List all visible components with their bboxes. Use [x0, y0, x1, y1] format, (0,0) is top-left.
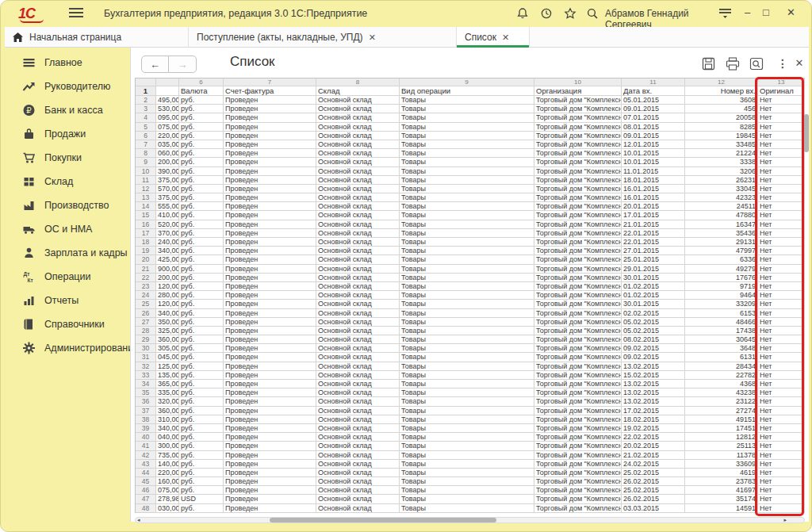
sidebar-item-ruble[interactable]: ₽Банк и касса — [5, 98, 130, 122]
table-row[interactable]: 26340,00руб.ПроведенОсновной складТовары… — [136, 309, 805, 318]
table-row[interactable]: 2495,00руб.ПроведенОсновной складТоварыТ… — [136, 96, 805, 105]
close-tab-icon[interactable]: ✕ — [502, 33, 509, 43]
save-icon[interactable] — [702, 57, 718, 71]
table-row[interactable]: 22200,00руб.ПроведенОсновной складТовары… — [136, 274, 805, 282]
horizontal-scrollbar[interactable]: ◂ ▸ — [135, 517, 805, 523]
table-row[interactable]: 32125,00руб.ПроведенОсновной складТовары… — [136, 362, 805, 371]
table-row[interactable]: 40040,00руб.ПроведенОсновной складТовары… — [136, 433, 805, 442]
service-menu-icon[interactable] — [718, 8, 733, 22]
table-row[interactable]: 39340,00руб.ПроведенОсновной складТовары… — [136, 424, 805, 433]
notifications-bell-icon[interactable] — [516, 7, 530, 21]
scroll-left-icon[interactable]: ◂ — [137, 517, 140, 523]
table-row[interactable]: 6220,00руб.ПроведенОсновной складТоварыТ… — [136, 132, 805, 140]
table-row[interactable]: 47278,98USDПроведенОсновной складТоварыТ… — [136, 495, 805, 503]
table-row[interactable]: 21900,00руб.ПроведенОсновной складТовары… — [136, 265, 805, 274]
sidebar-item-trend[interactable]: Руководителю — [5, 75, 130, 98]
table-row[interactable]: 15410,00руб.ПроведенОсновной складТовары… — [136, 211, 805, 220]
table-row[interactable]: 19340,00руб.ПроведенОсновной складТовары… — [136, 247, 805, 255]
cell-rownum: 42 — [136, 451, 156, 460]
table-row[interactable]: 34365,00руб.ПроведенОсновной складТовары… — [136, 380, 805, 388]
table-row[interactable]: 31045,00руб.ПроведенОсновной складТовары… — [136, 353, 805, 362]
main-menu-icon[interactable] — [69, 8, 83, 19]
sidebar-item-grid[interactable]: Склад — [5, 170, 130, 193]
sidebar-item-menu[interactable]: Главное — [5, 51, 130, 75]
cell-rownum: 41 — [136, 442, 156, 450]
tab-postuplenie[interactable]: Поступление (акты, накладные, УПД) ✕ — [189, 27, 457, 48]
table-row[interactable]: 11375,00руб.ПроведенОсновной складТовары… — [136, 176, 805, 185]
cell-invoice: Проведен — [224, 397, 316, 406]
print-icon[interactable] — [726, 57, 741, 71]
table-row[interactable]: 4095,00руб.ПроведенОсновной складТоварыТ… — [136, 113, 805, 122]
forward-button[interactable]: → — [169, 55, 197, 73]
table-row[interactable]: 18240,00руб.ПроведенОсновной складТовары… — [136, 238, 805, 247]
maximize-button[interactable]: □ — [763, 6, 769, 18]
table-row[interactable]: 8060,00руб.ПроведенОсновной складТоварыТ… — [136, 149, 805, 158]
cell-amount: 200,00 — [156, 274, 179, 282]
history-icon[interactable] — [540, 7, 554, 21]
cell-invoice: Проведен — [224, 451, 316, 460]
sidebar-item-cart[interactable]: Покупки — [5, 146, 130, 170]
table-row[interactable]: 14555,00руб.ПроведенОсновной складТовары… — [136, 202, 805, 211]
table-row[interactable]: 29360,00руб.ПроведенОсновной складТовары… — [136, 335, 805, 344]
sidebar-item-truck[interactable]: ОС и НМА — [5, 217, 130, 241]
table-row[interactable]: 30305,00руб.ПроведенОсновной складТовары… — [136, 344, 805, 353]
table-row[interactable]: 28325,00руб.ПроведенОсновной складТовары… — [136, 327, 805, 335]
more-icon[interactable]: ⋮ — [775, 57, 791, 71]
table-row[interactable]: 17370,00руб.ПроведенОсновной складТовары… — [136, 229, 805, 238]
table-row[interactable]: 13375,00руб.ПроведенОсновной складТовары… — [136, 193, 805, 202]
table-row[interactable]: 33135,00руб.ПроведенОсновной складТовары… — [136, 371, 805, 380]
table-row[interactable]: 5075,00руб.ПроведенОсновной складТоварыТ… — [136, 123, 805, 132]
back-button[interactable]: ← — [141, 55, 169, 73]
horizontal-scroll-thumb[interactable] — [270, 518, 496, 522]
sidebar-item-chart[interactable]: Отчеты — [5, 289, 130, 312]
minimize-button[interactable]: – — [745, 6, 750, 18]
table-row[interactable]: 23120,00руб.ПроведенОсновной складТовары… — [136, 282, 805, 291]
sidebar-item-gear[interactable]: Администрирование — [5, 336, 130, 360]
vertical-scroll-thumb[interactable] — [804, 114, 809, 152]
table-row[interactable]: 46075,00руб.ПроведенОсновной складТовары… — [136, 486, 805, 495]
table-row[interactable]: 44220,00руб.ПроведенОсновной складТовары… — [136, 469, 805, 477]
table-row[interactable]: 45160,00руб.ПроведенОсновной складТовары… — [136, 477, 805, 486]
tab-spisok[interactable]: Список ✕ — [457, 27, 530, 48]
close-tab-icon[interactable]: ✕ — [369, 33, 376, 43]
close-list-icon[interactable]: ✕ — [791, 57, 807, 71]
sidebar-item-dtkt[interactable]: ДтКтОперации — [5, 265, 130, 289]
table-row[interactable]: 9200,00руб.ПроведенОсновной складТоварыТ… — [136, 158, 805, 166]
cell-rownum: 37 — [136, 407, 156, 415]
cell-invoice: Проведен — [224, 353, 316, 362]
table-row[interactable]: 3530,00руб.ПроведенОсновной складТоварыТ… — [136, 105, 805, 113]
cell-date-in: 02.02.2015 — [622, 309, 685, 318]
table-row[interactable]: 27350,00руб.ПроведенОсновной складТовары… — [136, 318, 805, 327]
vertical-scrollbar[interactable] — [804, 78, 810, 512]
search-icon[interactable] — [586, 7, 600, 21]
table-row[interactable]: 7035,00руб.ПроведенОсновной складТоварыТ… — [136, 140, 805, 149]
table-row[interactable]: 42735,00руб.ПроведенОсновной складТовары… — [136, 451, 805, 460]
table-row[interactable]: 37360,00руб.ПроведенОсновной складТовары… — [136, 407, 805, 415]
cell-date-in: 17.02.2015 — [622, 407, 685, 415]
table-row[interactable]: 38310,00руб.ПроведенОсновной складТовары… — [136, 415, 805, 424]
cell-organization: Торговый дом "Комплексны — [534, 282, 622, 291]
table-row[interactable]: 10390,00руб.ПроведенОсновной складТовары… — [136, 167, 805, 176]
sidebar-item-book[interactable]: Справочники — [5, 312, 130, 336]
tab-home[interactable]: Начальная страница — [5, 27, 189, 48]
table-row[interactable]: 16520,00руб.ПроведенОсновной складТовары… — [136, 220, 805, 229]
cell-warehouse: Основной склад — [316, 415, 400, 424]
table-row[interactable]: 24280,00руб.ПроведенОсновной складТовары… — [136, 291, 805, 300]
cell-operation: Товары — [400, 140, 534, 149]
table-row[interactable]: 12570,00руб.ПроведенОсновной складТовары… — [136, 185, 805, 193]
table-row[interactable]: 43140,00руб.ПроведенОсновной складТовары… — [136, 460, 805, 469]
sidebar-item-bag[interactable]: Продажи — [5, 122, 130, 146]
sidebar-item-person[interactable]: Зарплата и кадры — [5, 241, 130, 265]
table-row[interactable]: 36320,00руб.ПроведенОсновной складТовары… — [136, 397, 805, 406]
close-window-button[interactable]: ✕ — [787, 6, 795, 18]
find-icon[interactable] — [749, 57, 765, 71]
table-row[interactable]: 25120,00руб.ПроведенОсновной складТовары… — [136, 300, 805, 308]
favorites-star-icon[interactable] — [564, 7, 578, 21]
table-row[interactable]: 35335,00руб.ПроведенОсновной складТовары… — [136, 388, 805, 397]
sidebar-item-factory[interactable]: Производство — [5, 193, 130, 217]
cell-operation: Товары — [400, 451, 534, 460]
scroll-right-icon[interactable]: ▸ — [783, 517, 787, 523]
table-row[interactable]: 41300,00руб.ПроведенОсновной складТовары… — [136, 442, 805, 450]
table-row[interactable]: 48030,00руб.ПроведенОсновной складТовары… — [136, 504, 805, 513]
table-row[interactable]: 20425,00руб.ПроведенОсновной складТовары… — [136, 255, 805, 264]
